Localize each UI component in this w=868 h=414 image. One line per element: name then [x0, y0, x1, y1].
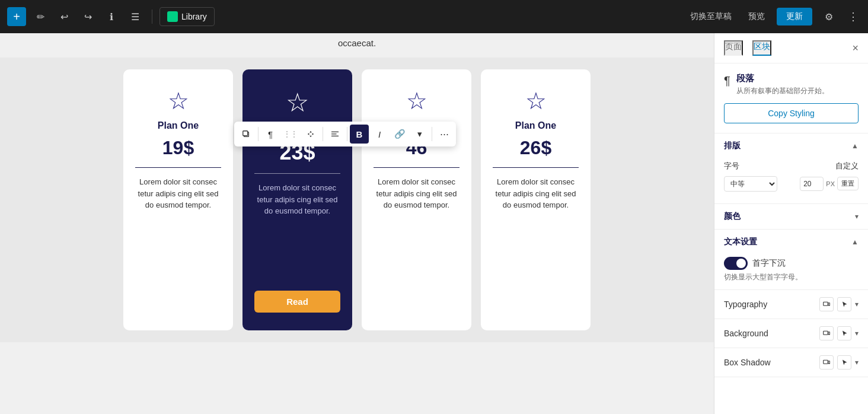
background-plugin-chevron-icon: ▾ — [855, 329, 859, 337]
list-button[interactable]: ☰ — [126, 7, 145, 26]
right-panel: 页面 区块 × ¶ 段落 从所有叙事的基础部分开始。 Copy Styling … — [714, 33, 868, 414]
svg-rect-7 — [824, 331, 828, 335]
svg-rect-1 — [243, 131, 248, 136]
main-toolbar: + ✏ ↩ ↪ ℹ ☰ Library 切换至草稿 预览 更新 ⚙ ⋮ — [0, 0, 868, 33]
settings-button[interactable]: ⚙ — [819, 7, 838, 26]
background-plugin-row[interactable]: Background ▾ — [714, 319, 868, 348]
ft-paragraph-button[interactable]: ¶ — [261, 125, 280, 144]
panel-close-button[interactable]: × — [852, 42, 859, 55]
price-4: 26$ — [520, 137, 551, 159]
block-icon-row: ¶ 段落 从所有叙事的基础部分开始。 — [724, 73, 859, 96]
ft-italic-button[interactable]: I — [370, 125, 389, 144]
desc-1: Lorem dolor sit consec tetur adipis cing… — [135, 176, 221, 211]
font-size-label: 字号 — [724, 161, 739, 171]
plan-name-1: Plan One — [158, 120, 199, 131]
tab-page[interactable]: 页面 — [724, 40, 743, 56]
svg-rect-6 — [828, 303, 830, 305]
font-size-select[interactable]: 中等 — [724, 176, 777, 192]
typography-section: 排版 ▲ 字号 自定义 中等 PX 重置 — [714, 133, 868, 204]
background-plugin-icons: ▾ — [819, 326, 859, 340]
divider-3 — [374, 167, 459, 168]
floating-toolbar: ¶ ⋮⋮ B I 🔗 ▾ ⋯ — [234, 122, 456, 147]
box-shadow-cursor-icon[interactable] — [837, 355, 851, 370]
color-section-header[interactable]: 颜色 ▾ — [714, 204, 868, 229]
ft-more-button[interactable]: ⋯ — [435, 125, 454, 144]
text-settings-chevron-icon: ▲ — [851, 238, 859, 246]
svg-rect-9 — [824, 360, 828, 364]
ft-link-button[interactable]: 🔗 — [390, 125, 409, 144]
desc-4: Lorem dolor sit consec tetur adipis cing… — [493, 176, 579, 211]
read-button[interactable]: Read — [254, 291, 340, 313]
drop-cap-desc: 切换显示大型首字字母。 — [724, 272, 859, 282]
pricing-card-2: ☆ Plan One 23$ Lorem dolor sit consec te… — [242, 69, 352, 330]
typography-chevron-icon: ▲ — [851, 142, 859, 150]
box-shadow-device-icon[interactable] — [819, 355, 834, 370]
pricing-card-4: ☆ Plan One 26$ Lorem dolor sit consec te… — [481, 69, 591, 330]
undo-button[interactable]: ↩ — [55, 7, 74, 26]
typography-content: 字号 自定义 中等 PX 重置 — [714, 158, 868, 203]
pricing-card-1: ☆ Plan One 19$ Lorem dolor sit consec te… — [123, 69, 233, 330]
color-chevron-icon: ▾ — [855, 212, 859, 221]
svg-rect-10 — [828, 361, 830, 364]
text-settings-content: 首字下沉 切换显示大型首字字母。 — [714, 254, 868, 289]
font-size-input-row: 中等 PX 重置 — [724, 176, 859, 192]
ft-link-dropdown[interactable]: ▾ — [410, 125, 429, 144]
svg-rect-3 — [331, 133, 337, 134]
star-icon-1: ☆ — [168, 87, 189, 114]
update-button[interactable]: 更新 — [777, 8, 812, 26]
add-button[interactable]: + — [7, 7, 26, 26]
typography-plugin-icons: ▾ — [819, 297, 859, 311]
box-shadow-plugin-label: Box Shadow — [724, 358, 771, 367]
drop-cap-toggle[interactable] — [724, 257, 748, 270]
drop-cap-label: 首字下沉 — [752, 258, 786, 269]
typography-plugin-row[interactable]: Typography ▾ — [714, 290, 868, 319]
ft-drag-handle[interactable]: ⋮⋮ — [281, 125, 300, 144]
typography-section-header[interactable]: 排版 ▲ — [714, 133, 868, 158]
background-cursor-icon[interactable] — [837, 326, 851, 340]
box-shadow-plugin-chevron-icon: ▾ — [855, 358, 859, 367]
toolbar-right: 切换至草稿 预览 更新 ⚙ ⋮ — [685, 7, 861, 26]
divider-1 — [135, 167, 221, 168]
background-device-icon[interactable] — [819, 326, 834, 340]
font-size-unit: PX — [826, 180, 835, 187]
ft-move-button[interactable] — [301, 125, 320, 144]
preview-button[interactable]: 预览 — [743, 9, 770, 24]
desc-2: Lorem dolor sit consec tetur adipis cing… — [254, 182, 340, 217]
star-icon-3: ☆ — [406, 87, 427, 114]
pen-icon[interactable]: ✏ — [31, 7, 50, 26]
panel-header: 页面 区块 × — [714, 33, 868, 63]
ft-copy-button[interactable] — [237, 125, 256, 144]
typography-device-icon[interactable] — [819, 297, 834, 311]
top-text: occaecat. — [338, 38, 376, 48]
ft-bold-button[interactable]: B — [350, 125, 369, 144]
price-1: 19$ — [162, 137, 194, 159]
color-section-title: 颜色 — [724, 211, 741, 222]
ft-divider-4 — [432, 127, 432, 141]
library-button[interactable]: Library — [159, 7, 215, 26]
font-size-reset-button[interactable]: 重置 — [837, 177, 859, 190]
typography-cursor-icon[interactable] — [837, 297, 851, 311]
box-shadow-plugin-icons: ▾ — [819, 355, 859, 370]
pricing-cards: ☆ Plan One 19$ Lorem dolor sit consec te… — [123, 69, 591, 330]
toolbar-divider — [152, 9, 152, 24]
info-button[interactable]: ℹ — [102, 7, 121, 26]
text-settings-header[interactable]: 文本设置 ▲ — [714, 230, 868, 254]
font-size-input[interactable] — [800, 177, 824, 191]
redo-button[interactable]: ↪ — [78, 7, 97, 26]
tab-block[interactable]: 区块 — [752, 40, 771, 56]
top-text-area: occaecat. — [0, 33, 714, 58]
more-options-button[interactable]: ⋮ — [845, 10, 861, 23]
pricing-card-3: ☆ Plan One 46 Lorem dolor sit consec tet… — [362, 69, 471, 330]
color-section: 颜色 ▾ — [714, 204, 868, 230]
copy-styling-button[interactable]: Copy Styling — [724, 103, 859, 123]
ft-divider-2 — [323, 127, 323, 141]
pricing-wrapper: ☆ Plan One 19$ Lorem dolor sit consec te… — [0, 58, 714, 342]
svg-rect-8 — [828, 332, 830, 335]
switch-draft-button[interactable]: 切换至草稿 — [685, 9, 736, 24]
desc-3: Lorem dolor sit consec tetur adipis cing… — [374, 176, 459, 211]
box-shadow-plugin-row[interactable]: Box Shadow ▾ — [714, 348, 868, 377]
block-desc: 从所有叙事的基础部分开始。 — [736, 86, 829, 96]
library-label: Library — [181, 12, 207, 21]
ft-align-button[interactable] — [326, 125, 344, 144]
canvas-area: occaecat. ☆ Plan One 19$ Lorem dolor sit… — [0, 33, 714, 414]
